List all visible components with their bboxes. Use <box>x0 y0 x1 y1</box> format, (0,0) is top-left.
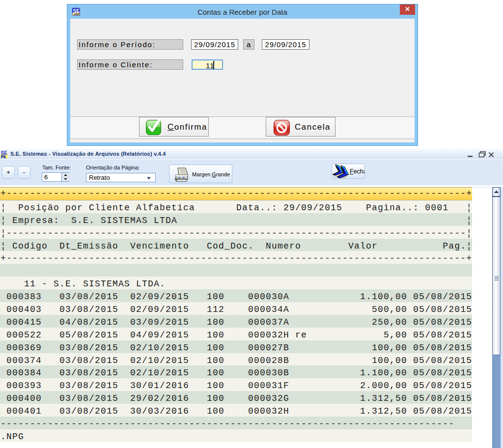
svg-text:SE: SE <box>1 150 8 156</box>
